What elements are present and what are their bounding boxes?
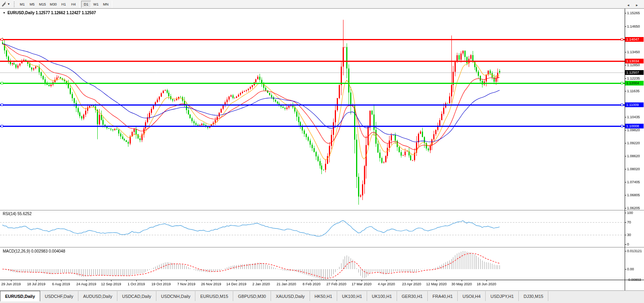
price-tick-label: 1.11635 (627, 89, 640, 93)
timeframe-button-m30[interactable]: M30 (48, 1, 59, 8)
tab-xauusd-daily[interactable]: XAUUSD,Daily (271, 291, 310, 301)
date-tick-label: 4 Apr 2020 (378, 282, 395, 286)
hline-price-label: 1.12004 (625, 81, 644, 86)
chart-tab-bar: EURUSD,DailyUSDCHF,DailyAUDUSD,DailyUSDC… (0, 290, 644, 303)
timeframe-toolbar: ▼ M1M5M15M30H1H4D1W1MN (0, 0, 644, 9)
timeframe-button-m5[interactable]: M5 (27, 1, 37, 8)
tab-usdcad-daily[interactable]: USDCAD,Daily (117, 291, 156, 301)
price-tick-label: 1.10435 (627, 115, 640, 119)
timeframe-button-h1[interactable]: H1 (59, 1, 69, 8)
date-tick-label: 21 Jan 2020 (277, 282, 296, 286)
timeframe-button-m1[interactable]: M1 (17, 1, 27, 8)
toolbar-separator (112, 1, 112, 8)
hline-price-label: 1.13034 (625, 59, 644, 63)
tab-usdcnh-daily[interactable]: USDCNH,Daily (156, 291, 196, 301)
hline-price-label: 1.14047 (625, 37, 644, 42)
tab-scroll-right-icon[interactable]: ► (635, 4, 641, 7)
price-tick-label: 1.15265 (627, 11, 640, 15)
toolbar-grip[interactable] (13, 1, 16, 7)
timeframe-button-d1[interactable]: D1 (81, 1, 91, 8)
chart-title: ▼ EURUSD,Daily 1.12577 1.12662 1.12427 1… (3, 11, 96, 15)
tab-uk100-h1[interactable]: UK100,H1 (337, 291, 367, 301)
toolbar-separator (80, 1, 80, 8)
macd-indicator-label: MACD(12,26,9) 0.002983 0.004048 (3, 249, 65, 253)
toolbar-dropdown-caret[interactable]: ▼ (7, 2, 10, 6)
date-tick-label: 27 Feb 2020 (327, 282, 347, 286)
timeframe-button-m15[interactable]: M15 (37, 1, 48, 8)
macd-tick-label: 0.00 (627, 267, 634, 271)
tab-dj30-m15[interactable]: DJ30,M15 (519, 291, 548, 301)
macd-tick-label: -0.00893 (627, 278, 641, 282)
price-tick-label: 1.13450 (627, 50, 640, 54)
date-tick-label: 14 Dec 2019 (226, 282, 246, 286)
draw-tool-icon[interactable] (1, 1, 7, 7)
price-tick-label: 1.09820 (627, 128, 640, 132)
date-tick-label: 17 Mar 2020 (352, 282, 372, 286)
date-tick-label: 23 Apr 2020 (402, 282, 421, 286)
timeframe-button-mn[interactable]: MN (101, 1, 111, 8)
date-tick-label: 2 Jan 2020 (252, 282, 270, 286)
tab-audusd-daily[interactable]: AUDUSD,Daily (78, 291, 117, 301)
hline-price-label: 1.11009 (625, 102, 644, 107)
price-tick-label: 1.09220 (627, 141, 640, 145)
timeframe-button-w1[interactable]: W1 (91, 1, 101, 8)
date-tick-label: 29 Jun 2019 (1, 282, 21, 286)
date-tick-label: 26 Nov 2019 (201, 282, 221, 286)
price-tick-label: 1.07405 (627, 180, 640, 184)
date-tick-label: 30 May 2020 (451, 282, 472, 286)
date-tick-label: 18 Jul 2019 (27, 282, 46, 286)
price-tick-label: 1.12235 (627, 76, 640, 80)
rsi-tick-label: 100 (627, 211, 633, 215)
chart-collapse-icon[interactable]: ▼ (3, 11, 6, 14)
price-tick-label: 1.12850 (627, 63, 640, 67)
price-tick-label: 1.14650 (627, 24, 640, 28)
rsi-tick-label: 30 (627, 233, 631, 237)
date-tick-label: 12 Sep 2019 (101, 282, 121, 286)
chart-title-text: EURUSD,Daily 1.12577 1.12662 1.12427 1.1… (7, 11, 96, 15)
price-tick-label: 1.06805 (627, 193, 640, 197)
tab-hk50-h1[interactable]: HK50,H1 (310, 291, 338, 301)
tab-usdjpy-h1[interactable]: USDJPY,H1 (486, 291, 519, 301)
price-tick-label: 1.06205 (627, 206, 640, 210)
date-tick-label: 19 Oct 2019 (151, 282, 171, 286)
tab-ger30-h1[interactable]: GER30,H1 (397, 291, 428, 301)
tab-usoil-h4[interactable]: USOil,H4 (458, 291, 486, 301)
macd-tick-label: 0.013121 (627, 249, 642, 253)
tab-scroll-arrows: ◄ ► (627, 4, 641, 7)
tab-eurusd-m15[interactable]: EURUSD,M15 (195, 291, 233, 301)
tab-uk100-h1[interactable]: UK100,H1 (367, 291, 397, 301)
date-tick-label: 6 Aug 2019 (52, 282, 70, 286)
date-tick-label: 18 Jun 2020 (477, 282, 496, 286)
timeframe-buttons: M1M5M15M30H1H4D1W1MN (17, 1, 113, 8)
tab-usdchf-daily[interactable]: USDCHF,Daily (40, 291, 78, 301)
trading-terminal-window: ▼ M1M5M15M30H1H4D1W1MN ▼ EURUSD,Daily 1.… (0, 0, 644, 303)
tab-eurusd-daily[interactable]: EURUSD,Daily (0, 291, 40, 301)
price-tick-label: 1.08620 (627, 154, 640, 158)
timeframe-button-h4[interactable]: H4 (69, 1, 78, 8)
rsi-tick-label: 70 (627, 220, 631, 224)
main-chart-canvas[interactable] (0, 0, 644, 303)
date-tick-label: 12 May 2020 (426, 282, 447, 286)
tab-scroll-left-icon[interactable]: ◄ (627, 4, 632, 7)
date-tick-label: 7 Nov 2019 (177, 282, 195, 286)
rsi-tick-label: 0 (627, 242, 629, 246)
tab-fra40-h1[interactable]: FRA40,H1 (428, 291, 458, 301)
date-tick-label: 1 Oct 2019 (128, 282, 145, 286)
date-tick-label: 8 Feb 2020 (303, 282, 321, 286)
rsi-indicator-label: RSI(14) 55.6252 (3, 212, 32, 216)
tab-gbpusd-m30[interactable]: GBPUSD,M30 (233, 291, 271, 301)
price-tick-label: 1.08020 (627, 167, 640, 171)
hline-price-label: 1.10008 (625, 124, 644, 128)
bid-price-label: 1.12507 (625, 70, 644, 75)
date-tick-label: 24 Aug 2019 (76, 282, 97, 286)
